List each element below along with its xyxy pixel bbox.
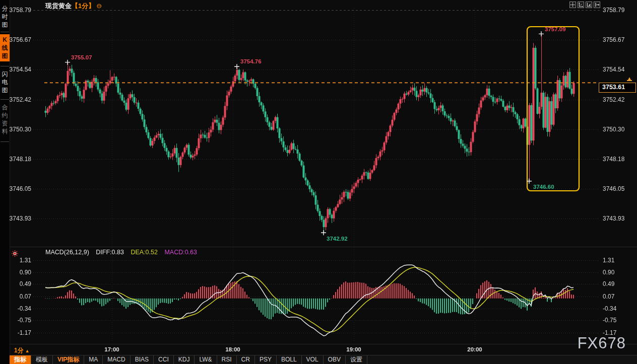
macd-axis-label-right: 1.31 [603,257,614,264]
macd-diff-value: DIFF:0.83 [96,249,124,256]
price-axis-label-left: 3758.79 [0,7,31,14]
chart-title: 现货黄金【1分】⊖ [45,2,102,11]
toolbar-button-MA[interactable]: MA [84,355,103,364]
toolbar-button-指标[interactable]: 指标 [10,355,31,364]
price-axis-label-right: 3754.54 [603,66,624,73]
price-axis-label-left: 3743.93 [0,215,31,222]
toolbar-button-MACD[interactable]: MACD [103,355,130,364]
toolbar-button-BOLL[interactable]: BOLL [277,355,302,364]
macd-indicator-header: MACD(26,12,9) DIFF:0.83 DEA:0.52 MACD:0.… [45,249,202,256]
macd-axis-label-left: 0.07 [0,293,31,300]
toolbar-button-RSI[interactable]: RSI [217,355,237,364]
indicator-toolbar: 指标模板VIP指标MAMACDBIASCCIKDJLW&RSICRPSYBOLL… [10,355,637,364]
macd-axis-label-right: 0.07 [603,293,614,300]
macd-dea-value: DEA:0.52 [131,249,158,256]
toolbar-button-CCI[interactable]: CCI [154,355,174,364]
macd-axis-label-right: 0.49 [603,280,614,287]
high-price-annotation: 3755.07 [71,54,92,60]
toolbar-button-OBV[interactable]: OBV [324,355,346,364]
toolbar-button-LW&[interactable]: LW& [195,355,217,364]
price-axis-label-right: 3758.79 [603,7,624,14]
time-axis-label: 17:00 [101,346,123,352]
period-arrow-icon: ▲ [25,348,30,353]
toolbar-button-模板[interactable]: 模板 [31,355,53,364]
macd-axis-label-right: 0.90 [603,269,614,276]
toolbar-button-KDJ[interactable]: KDJ [174,355,195,364]
toolbar-button-设置[interactable]: 设置 [346,355,367,364]
high-price-annotation: 3754.76 [240,58,262,64]
time-axis-label: 19:00 [343,346,365,352]
pan-right-icon[interactable] [594,2,600,8]
toolbar-button-CR[interactable]: CR [237,355,255,364]
macd-axis-label-left: 0.49 [0,280,31,287]
macd-macd-value: MACD:0.63 [164,249,197,256]
low-price-annotation: 3746.60 [533,184,554,190]
symbol-name: 现货黄金 [45,2,72,10]
price-axis-label-left: 3746.05 [0,185,31,192]
watermark-logo: FX678 [578,334,626,352]
macd-axis-label-left: -0.34 [0,305,31,312]
collapse-icon[interactable]: ⊖ [96,2,102,10]
price-axis-label-left: 3750.30 [0,126,31,133]
crosshair-icon[interactable] [569,2,576,8]
auto-scale-icon[interactable] [586,2,592,8]
period-tag: 【1分】 [72,2,95,10]
toolbar-button-VIP指标[interactable]: VIP指标 [53,355,84,364]
high-price-annotation: 3757.09 [545,26,566,32]
current-price-tag: 3753.61 [599,83,636,93]
macd-axis-label-right: -0.75 [603,317,616,324]
time-axis-label: 18:00 [222,346,244,352]
price-axis-label-right: 3743.93 [603,215,624,222]
macd-axis-label-left: -1.17 [0,329,31,336]
macd-axis-label-right: -0.34 [603,305,616,312]
price-axis-label-left: 3752.42 [0,96,31,103]
macd-settings-icon[interactable] [11,250,19,257]
price-axis-label-right: 3746.05 [603,185,624,192]
period-selector[interactable]: 1分▲ [14,346,30,355]
price-axis-label-left: 3756.67 [0,36,31,43]
sidebar-separator [1,32,9,32]
price-axis-label-right: 3756.67 [603,36,624,43]
macd-name: MACD(26,12,9) [45,249,89,256]
chart-canvas[interactable] [0,0,637,364]
macd-axis-label-left: -0.75 [0,317,31,324]
price-up-arrow-icon: ▲ [627,76,632,81]
sidebar-separator [1,141,9,142]
price-axis-label-right: 3752.42 [603,96,624,103]
price-axis-label-left: 3754.54 [0,66,31,73]
low-price-annotation: 3742.92 [327,236,348,242]
toolbar-button-BIAS[interactable]: BIAS [131,355,154,364]
zoom-axes-icon[interactable] [578,2,584,8]
macd-axis-label-left: 0.90 [0,269,31,276]
price-axis-label-left: 3748.18 [0,156,31,163]
macd-axis-label-left: 1.31 [0,257,31,264]
price-axis-label-right: 3748.18 [603,156,624,163]
time-axis-label: 20:00 [464,346,486,352]
price-axis-label-right: 3750.30 [603,126,624,133]
toolbar-button-PSY[interactable]: PSY [255,355,277,364]
toolbar-button-VOL[interactable]: VOL [302,355,324,364]
app-window: 分时图K线图闪电图合约资料 现货黄金【1分】⊖ 3758.793758.7937… [0,0,637,364]
